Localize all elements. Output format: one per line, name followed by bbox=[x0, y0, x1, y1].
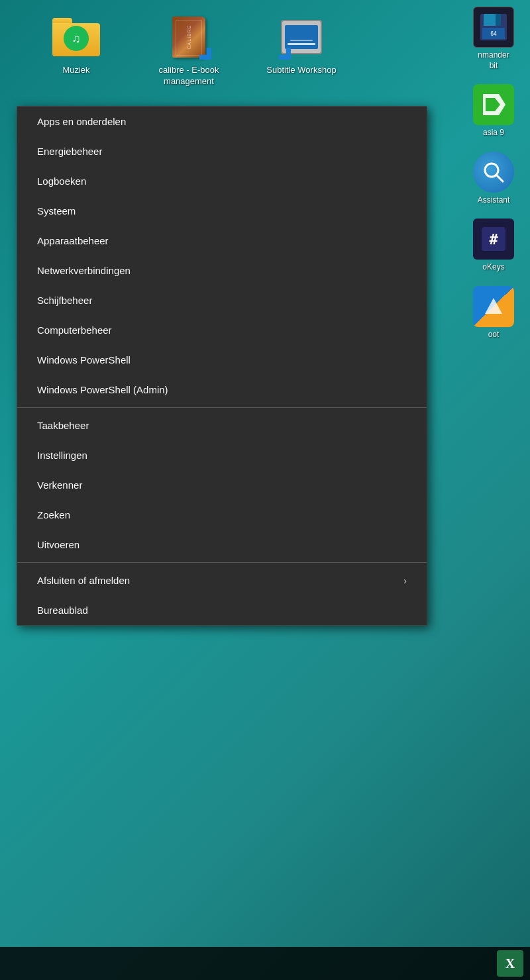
taskbar-excel-icon[interactable]: X bbox=[497, 950, 523, 977]
menu-item-computerbeheer[interactable]: Computerbeheer bbox=[17, 315, 427, 345]
menu-item-apps-en-onderdelen[interactable]: Apps en onderdelen bbox=[17, 107, 427, 136]
search-assistant-icon bbox=[473, 152, 514, 193]
taskbar: X bbox=[0, 947, 530, 980]
menu-item-bureaublad[interactable]: Bureaublad bbox=[17, 595, 427, 625]
calibre-icon-wrap bbox=[165, 13, 213, 61]
svg-text:64: 64 bbox=[490, 31, 497, 37]
muziek-icon-img bbox=[52, 13, 100, 61]
right-side-icons: 64 nmander bit asia 9 Assi bbox=[457, 0, 530, 347]
menu-item-afsluiten[interactable]: Afsluiten of afmelden › bbox=[17, 565, 427, 595]
desktop-icons-row: Muziek calibre - E-book management bbox=[0, 0, 530, 101]
desktop-icon-snagit[interactable]: asia 9 bbox=[464, 84, 523, 138]
menu-item-zoeken[interactable]: Zoeken bbox=[17, 500, 427, 530]
boot-icon bbox=[473, 286, 514, 327]
menu-item-windows-powershell-admin[interactable]: Windows PowerShell (Admin) bbox=[17, 375, 427, 405]
subtitle-workshop-icon-img bbox=[278, 13, 325, 61]
menu-item-logboeken[interactable]: Logboeken bbox=[17, 166, 427, 196]
menu-item-label: Uitvoeren bbox=[37, 539, 80, 550]
menu-item-systeem[interactable]: Systeem bbox=[17, 196, 427, 226]
search-assistant-svg bbox=[480, 159, 507, 185]
desktop: Muziek calibre - E-book management bbox=[0, 0, 530, 980]
calibre-icon-img bbox=[165, 13, 213, 61]
menu-item-label: Windows PowerShell bbox=[37, 354, 131, 366]
search-assistant-label: Assistant bbox=[478, 195, 510, 206]
menu-item-label: Instellingen bbox=[37, 450, 87, 461]
svg-line-8 bbox=[496, 175, 503, 181]
hashkeys-icon: # bbox=[473, 219, 514, 260]
boot-label: oot bbox=[488, 330, 500, 340]
menu-item-energiebeheer[interactable]: Energiebeheer bbox=[17, 136, 427, 166]
hashkeys-svg: # bbox=[480, 226, 507, 252]
calibre-book bbox=[172, 17, 205, 58]
muziek-label: Muziek bbox=[62, 65, 89, 76]
menu-item-netwerkverbindingen[interactable]: Netwerkverbindingen bbox=[17, 256, 427, 285]
menu-item-label: Computerbeheer bbox=[37, 324, 112, 336]
menu-item-uitvoeren[interactable]: Uitvoeren bbox=[17, 530, 427, 560]
menu-item-label: Afsluiten of afmelden bbox=[37, 575, 130, 586]
menu-divider-2 bbox=[17, 562, 427, 563]
menu-item-apparaatbeheer[interactable]: Apparaatbeheer bbox=[17, 226, 427, 256]
menu-item-label: Apparaatbeheer bbox=[37, 235, 109, 246]
spotify-logo bbox=[64, 26, 89, 51]
menu-item-label: Schijfbeheer bbox=[37, 295, 92, 306]
desktop-icon-calibre[interactable]: calibre - E-book management bbox=[152, 13, 225, 87]
menu-item-schijfbeheer[interactable]: Schijfbeheer bbox=[17, 285, 427, 315]
menu-item-label: Netwerkverbindingen bbox=[37, 265, 131, 276]
snagit-label: asia 9 bbox=[483, 128, 504, 138]
menu-item-windows-powershell[interactable]: Windows PowerShell bbox=[17, 345, 427, 375]
snagit-icon bbox=[473, 84, 514, 125]
commander-icon: 64 bbox=[473, 7, 514, 48]
afsluiten-chevron-icon: › bbox=[403, 575, 407, 586]
muziek-folder bbox=[52, 18, 100, 56]
subtitle-screen bbox=[285, 25, 318, 49]
subtitle-workshop-label: Subtitle Workshop bbox=[266, 65, 336, 76]
calibre-label: calibre - E-book management bbox=[158, 65, 219, 87]
menu-item-instellingen[interactable]: Instellingen bbox=[17, 440, 427, 470]
boot-svg bbox=[482, 295, 505, 318]
menu-item-label: Zoeken bbox=[37, 509, 70, 520]
hashkeys-label: oKeys bbox=[482, 262, 504, 273]
commander-svg: 64 bbox=[477, 11, 510, 44]
desktop-icon-totalcommander[interactable]: 64 nmander bit bbox=[464, 7, 523, 71]
excel-label: X bbox=[505, 956, 515, 971]
desktop-icon-muziek[interactable]: Muziek bbox=[40, 13, 113, 76]
menu-item-label: Windows PowerShell (Admin) bbox=[37, 384, 168, 395]
context-menu: Apps en onderdelen Energiebeheer Logboek… bbox=[17, 106, 427, 626]
menu-item-label: Taakbeheer bbox=[37, 420, 89, 431]
menu-item-label: Verkenner bbox=[37, 479, 82, 491]
desktop-icon-boot[interactable]: oot bbox=[464, 286, 523, 340]
menu-item-label: Apps en onderdelen bbox=[37, 116, 126, 127]
menu-item-label: Logboeken bbox=[37, 175, 86, 187]
menu-item-label: Energiebeheer bbox=[37, 146, 102, 157]
desktop-icon-hashkeys[interactable]: # oKeys bbox=[464, 219, 523, 273]
desktop-icon-subtitle-workshop[interactable]: Subtitle Workshop bbox=[265, 13, 338, 76]
subtitle-icon-wrap bbox=[278, 13, 325, 61]
svg-rect-2 bbox=[496, 14, 501, 26]
menu-divider-1 bbox=[17, 407, 427, 408]
menu-item-taakbeheer[interactable]: Taakbeheer bbox=[17, 411, 427, 440]
commander-label: nmander bit bbox=[478, 50, 509, 71]
menu-item-label: Bureaublad bbox=[37, 605, 88, 616]
desktop-icon-search-assistant[interactable]: Assistant bbox=[464, 152, 523, 206]
svg-text:#: # bbox=[489, 231, 498, 248]
snagit-svg bbox=[480, 91, 507, 118]
svg-marker-11 bbox=[485, 298, 502, 314]
menu-item-verkenner[interactable]: Verkenner bbox=[17, 470, 427, 500]
menu-item-label: Systeem bbox=[37, 205, 76, 217]
folder-body bbox=[52, 23, 100, 56]
